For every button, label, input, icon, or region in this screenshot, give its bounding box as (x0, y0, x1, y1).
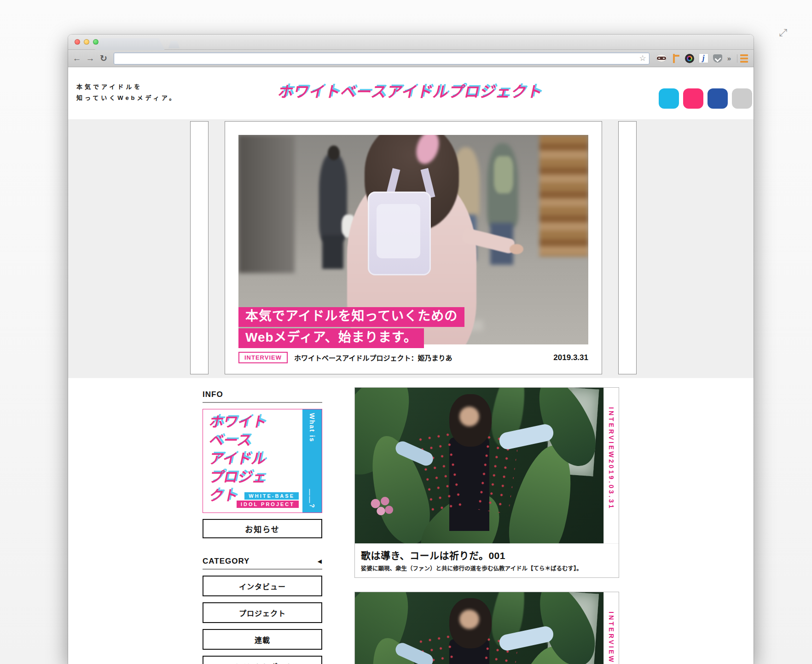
logo-tag-whitebase: WHITE-BASE (244, 492, 299, 500)
window-controls (75, 39, 99, 45)
photo-pedestrian-head (328, 146, 340, 160)
extension-icons: j » (655, 54, 750, 63)
photo-face (459, 407, 479, 427)
what-is-top: What is (308, 413, 316, 443)
pocket-icon[interactable] (713, 54, 722, 63)
article-vertical-label: INTERVIEW2019.03.31 (608, 612, 615, 664)
article-vertical-column: INTERVIEW2019.03.31 (603, 592, 619, 664)
carousel-prev-card[interactable] (190, 121, 209, 374)
site-logo[interactable]: ホワイトベースアイドルプロジェクト ホワイトベースアイドルプロジェクト (68, 80, 754, 102)
article-card[interactable]: INTERVIEW2019.03.31 (354, 592, 619, 664)
article-meta: 歌は導き、コールは祈りだ。001 娑婆に顕現、衆生（ファン）と共に修行の道を歩む… (355, 543, 619, 577)
logo-tag-idolproject: IDOL PROJECT (237, 501, 299, 508)
photo-building-left (238, 135, 295, 273)
photo-shop-shelves (539, 135, 588, 256)
carousel-next-card[interactable] (618, 121, 637, 374)
social-square-pink[interactable] (683, 88, 703, 109)
close-button[interactable] (75, 39, 80, 45)
article-vertical-label: INTERVIEW2019.03.31 (608, 407, 615, 543)
photo-green-backpack (494, 156, 513, 194)
category-heading: CATEGORY ◀ (203, 557, 322, 570)
hero-meta: INTERVIEW ホワイトベースアイドルプロジェクト：姫乃まりあ 2019.3… (238, 352, 588, 363)
browser-titlebar (68, 35, 754, 50)
photo-face (459, 610, 479, 629)
info-heading: INFO (203, 390, 322, 403)
url-input[interactable] (117, 55, 639, 62)
zoom-button[interactable] (93, 39, 99, 45)
hero-carousel: 本気でアイドルを知っていくための Webメディア、始まります。 INTERVIE… (68, 119, 754, 378)
browser-window: ← → ↻ ☆ j » 本気でアイドルを 知っていくWebメディア。 ホワイトベ… (68, 35, 754, 664)
logo-line: アイドル (208, 451, 267, 467)
news-button[interactable]: お知らせ (203, 519, 322, 538)
menu-icon[interactable] (737, 54, 748, 63)
hero-caption: ホワイトベースアイドルプロジェクト：姫乃まりあ (294, 353, 452, 362)
social-square-cyan[interactable] (659, 88, 679, 109)
back-icon[interactable]: ← (72, 53, 82, 64)
article-card[interactable]: INTERVIEW2019.03.31 歌は導き、コールは祈りだ。001 娑婆に… (354, 387, 619, 578)
category-interview-button[interactable]: インタビュー (203, 576, 322, 596)
camera-lens-icon[interactable] (685, 54, 694, 63)
bookmark-star-icon[interactable]: ☆ (639, 53, 646, 63)
interview-badge: INTERVIEW (238, 352, 288, 363)
article-subtitle: 娑婆に顕現、衆生（ファン）と共に修行の道を歩む仏教アイドル【てら＊ぱるむす】。 (361, 564, 613, 572)
logo-line: プロジェ (208, 469, 268, 485)
article-photo (355, 388, 603, 543)
social-links (659, 88, 752, 109)
article-photo (355, 592, 603, 664)
site-logo-text: ホワイトベースアイドルプロジェクト (277, 83, 545, 100)
resize-icon: ⤢ (779, 27, 787, 39)
photo-pedestrian-legs (322, 235, 343, 269)
reload-icon[interactable]: ↻ (99, 53, 109, 64)
sidebar: INFO ホワイトホワイト ベースベース アイドルアイドル プロジェプロジェ ク… (203, 390, 322, 664)
info-logo-lines: ホワイトホワイト ベースベース アイドルアイドル プロジェプロジェ クトクト (209, 413, 267, 505)
category-project-button[interactable]: プロジェクト (203, 602, 322, 623)
url-bar[interactable]: ☆ (114, 52, 650, 64)
browser-tab[interactable] (95, 38, 165, 50)
social-square-gray[interactable] (732, 88, 752, 109)
article-title: 歌は導き、コールは祈りだ。001 (361, 548, 613, 562)
main-content: INFO ホワイトホワイト ベースベース アイドルアイドル プロジェプロジェ ク… (68, 378, 754, 664)
forward-icon[interactable]: → (85, 53, 95, 64)
article-list: INTERVIEW2019.03.31 歌は導き、コールは祈りだ。001 娑婆に… (354, 387, 619, 664)
social-square-blue[interactable] (708, 88, 728, 109)
photo-pink-flowers (367, 494, 394, 518)
overflow-icon[interactable]: » (727, 54, 731, 62)
logo-tags: WHITE-BASE IDOL PROJECT (237, 492, 299, 508)
category-heading-label: CATEGORY (203, 557, 249, 566)
browser-toolbar: ← → ↻ ☆ j » (68, 50, 754, 67)
category-event-report-button[interactable]: イベントレポート (203, 656, 322, 664)
ruler-icon[interactable] (672, 54, 680, 63)
hero-headline: 本気でアイドルを知っていくための Webメディア、始まります。 (238, 307, 464, 348)
info-logo-box[interactable]: ホワイトホワイト ベースベース アイドルアイドル プロジェプロジェ クトクト W… (203, 409, 322, 513)
hero-article-card[interactable]: 本気でアイドルを知っていくための Webメディア、始まります。 INTERVIE… (225, 121, 602, 374)
logo-line: クト (208, 488, 239, 504)
info-heading-label: INFO (203, 390, 223, 399)
what-is-column: What is ＿＿? (302, 409, 322, 513)
minimize-button[interactable] (84, 39, 89, 45)
logo-line: ベース (208, 432, 253, 448)
category-series-button[interactable]: 連載 (203, 629, 322, 650)
incognito-mask-icon[interactable] (656, 55, 667, 62)
hero-headline-line1: 本気でアイドルを知っていくための (238, 307, 464, 327)
photo-backpack-panel (377, 204, 420, 258)
web-page: 本気でアイドルを 知っていくWebメディア。 ホワイトベースアイドルプロジェクト… (68, 68, 754, 664)
what-is-bottom: ＿＿? (307, 489, 317, 509)
site-header: 本気でアイドルを 知っていくWebメディア。 ホワイトベースアイドルプロジェクト… (68, 68, 754, 119)
new-tab-button[interactable] (168, 41, 180, 48)
hero-date: 2019.3.31 (553, 353, 588, 362)
article-vertical-column: INTERVIEW2019.03.31 (603, 388, 619, 543)
category-collapse-icon[interactable]: ◀ (318, 558, 322, 565)
j-extension-icon[interactable]: j (699, 54, 708, 63)
hero-headline-line2: Webメディア、始まります。 (238, 328, 424, 348)
photo-hand (510, 244, 523, 255)
logo-line: ホワイト (208, 414, 268, 430)
